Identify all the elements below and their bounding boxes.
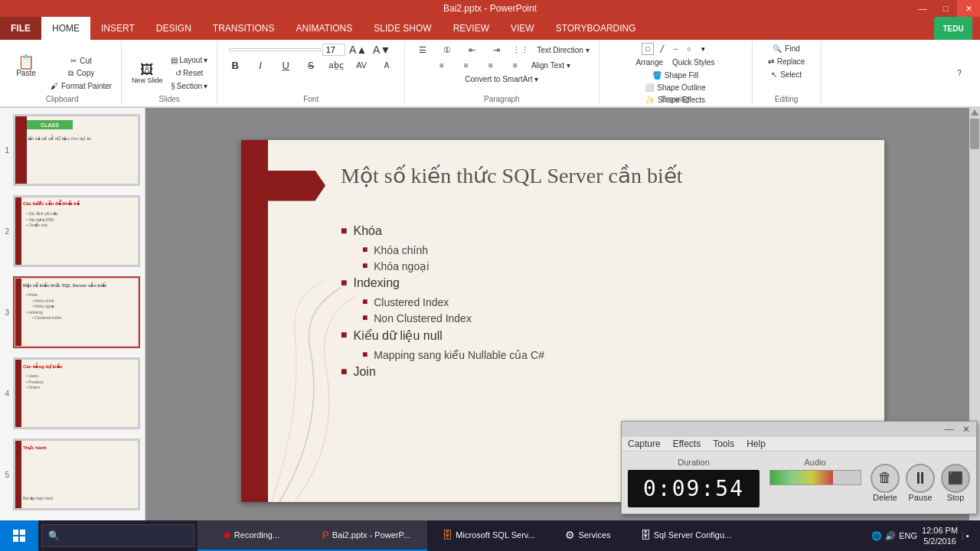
slide-item-1[interactable]: 1 CLASS Thiết kế cơ sở dữ liệu cho dự án — [3, 111, 142, 189]
close-button[interactable]: ✕ — [957, 0, 980, 17]
slide-thumb-3[interactable]: Một số kiến thức SQL Server cần biết • K… — [13, 276, 140, 348]
bullets-button[interactable]: ☰ — [411, 43, 434, 57]
cut-icon: ✂ — [70, 57, 77, 65]
widget-buttons: 🗑 Delete ⏸ Pause ⬛ Stop — [871, 458, 970, 507]
taskbar-search[interactable]: 🔍 — [41, 524, 194, 547]
decrease-font-button[interactable]: A▼ — [371, 43, 394, 57]
slide-item-5[interactable]: 5 Thực hành Bài tập thực hành — [3, 435, 142, 514]
slide-thumb-2[interactable]: Các bước cần để thiết kế • Xác định yêu … — [13, 195, 140, 267]
taskbar-app-recording[interactable]: ⏺ Recording... — [198, 520, 305, 551]
svg-rect-0 — [13, 530, 18, 535]
tab-insert[interactable]: INSERT — [90, 17, 145, 40]
reset-button[interactable]: ↺ Reset — [168, 67, 211, 79]
cut-button[interactable]: ✂ Cut — [47, 55, 115, 67]
font-color-button[interactable]: A — [375, 58, 398, 72]
maximize-button[interactable]: □ — [934, 0, 957, 17]
search-icon: 🔍 — [48, 530, 60, 541]
bullet-mapping: ■ Mapping sang kiểu Nullable của C# — [362, 349, 861, 361]
shape-outline-button[interactable]: ⬜ Shape Outline — [642, 82, 708, 93]
quick-styles-button[interactable]: Quick Styles — [669, 57, 718, 68]
stop-button[interactable]: ⬛ Stop — [941, 464, 970, 502]
date-display: 5/2/2016 — [923, 536, 956, 546]
increase-indent-button[interactable]: ⇥ — [485, 43, 508, 57]
new-slide-button[interactable]: 🖼 New Slide — [128, 51, 166, 96]
slide-item-4[interactable]: 4 Các bảng dự kiến • Users • Products • … — [3, 354, 142, 432]
delete-icon: 🗑 — [871, 464, 900, 493]
font-size-select[interactable]: 17 — [322, 44, 345, 56]
underline-button[interactable]: U — [274, 58, 297, 72]
slide-item-3[interactable]: 3 Một số kiến thức SQL Server cần biết •… — [3, 273, 142, 351]
format-painter-button[interactable]: 🖌 Format Painter — [47, 80, 115, 92]
tab-home[interactable]: HOME — [41, 17, 90, 40]
replace-button[interactable]: ⇄ Replace — [765, 56, 808, 67]
font-label: Font — [303, 95, 318, 103]
recording-label: Recording... — [234, 530, 279, 540]
font-family-select[interactable] — [229, 48, 321, 51]
decrease-indent-button[interactable]: ⇤ — [460, 43, 483, 57]
pause-button[interactable]: ⏸ Pause — [906, 464, 935, 502]
widget-menu-help[interactable]: Help — [746, 439, 766, 449]
italic-button[interactable]: I — [249, 58, 272, 72]
find-button[interactable]: 🔍 Find — [769, 43, 802, 54]
shape-fill-button[interactable]: 🪣 Shape Fill — [642, 70, 708, 81]
select-button[interactable]: ↖ Select — [768, 69, 805, 80]
align-right-button[interactable]: ≡ — [479, 58, 502, 72]
rectangle-shape[interactable]: □ — [642, 43, 654, 55]
paste-button[interactable]: 📋 Paste — [9, 43, 43, 89]
powerpoint-icon: P — [322, 529, 328, 541]
tab-view[interactable]: VIEW — [500, 17, 545, 40]
line-shape[interactable]: ╱ — [655, 43, 668, 55]
slide-item-2[interactable]: 2 Các bước cần để thiết kế • Xác định yê… — [3, 192, 142, 270]
scroll-up-arrow[interactable] — [971, 109, 978, 116]
align-left-button[interactable]: ≡ — [430, 58, 453, 72]
copy-button[interactable]: ⧉ Copy — [47, 67, 115, 80]
arrange-button[interactable]: Arrange — [632, 57, 666, 68]
slide-thumb-5[interactable]: Thực hành Bài tập thực hành — [13, 439, 140, 510]
numbering-button[interactable]: ① — [436, 43, 459, 57]
justify-button[interactable]: ≡ — [504, 58, 527, 72]
help-button[interactable]: ? — [948, 67, 971, 79]
columns-button[interactable]: ⋮⋮ — [509, 43, 532, 57]
tab-storyboarding[interactable]: STORYBOARDING — [545, 17, 647, 40]
widget-minimize-button[interactable]: — — [945, 424, 954, 435]
tab-file[interactable]: FILE — [0, 17, 41, 40]
align-text-button[interactable]: Align Text ▾ — [528, 58, 573, 72]
section-button[interactable]: § Section ▾ — [168, 80, 211, 92]
align-center-button[interactable]: ≡ — [455, 58, 478, 72]
start-button[interactable] — [0, 520, 38, 551]
tab-design[interactable]: DESIGN — [145, 17, 202, 40]
tab-transitions[interactable]: TRANSITIONS — [202, 17, 286, 40]
widget-menu-tools[interactable]: Tools — [713, 439, 734, 449]
title-bar: Bai2.pptx - PowerPoint — □ ✕ — [0, 0, 980, 17]
slide-thumb-4[interactable]: Các bảng dự kiến • Users • Products • Or… — [13, 357, 140, 429]
tab-animations[interactable]: ANIMATIONS — [285, 17, 363, 40]
show-desktop-button[interactable]: ▪ — [962, 531, 972, 540]
slide-thumb-1[interactable]: CLASS Thiết kế cơ sở dữ liệu cho dự án — [13, 114, 140, 186]
scroll-thumb[interactable] — [970, 119, 979, 149]
shadow-button[interactable]: ab̤c̤ — [325, 58, 348, 72]
tab-review[interactable]: REVIEW — [443, 17, 500, 40]
ellipse-shape[interactable]: ○ — [683, 43, 695, 55]
taskbar-app-sqlconfig[interactable]: 🗄 Sql Server Configu... — [626, 520, 745, 551]
taskbar-app-sqlserver[interactable]: 🗄 Microsoft SQL Serv... — [427, 520, 550, 551]
widget-menu-capture[interactable]: Capture — [628, 439, 661, 449]
text-direction-button[interactable]: Text Direction ▾ — [534, 43, 592, 57]
minimize-button[interactable]: — — [911, 0, 934, 17]
bullet-marker-2-1: ■ — [362, 296, 368, 307]
widget-menu-effects[interactable]: Effects — [673, 439, 701, 449]
more-shapes[interactable]: ▾ — [697, 43, 709, 55]
tab-slideshow[interactable]: SLIDE SHOW — [363, 17, 442, 40]
layout-button[interactable]: ▤ Layout ▾ — [168, 54, 211, 66]
section-icon: § — [171, 82, 175, 90]
keyboard-lang[interactable]: ENG — [899, 531, 917, 540]
bold-button[interactable]: B — [224, 58, 247, 72]
taskbar-app-services[interactable]: ⚙ Services — [550, 520, 626, 551]
delete-button[interactable]: 🗑 Delete — [871, 464, 900, 502]
arrow-shape[interactable]: → — [669, 43, 681, 55]
convert-to-smartart-button[interactable]: Convert to SmartArt ▾ — [462, 73, 541, 85]
char-spacing-button[interactable]: AV — [350, 58, 373, 72]
taskbar-app-powerpoint[interactable]: P Bai2.pptx - PowerP... — [305, 520, 427, 551]
widget-close-button[interactable]: ✕ — [962, 424, 970, 435]
increase-font-button[interactable]: A▲ — [347, 43, 370, 57]
strikethrough-button[interactable]: S̶ — [299, 58, 322, 72]
